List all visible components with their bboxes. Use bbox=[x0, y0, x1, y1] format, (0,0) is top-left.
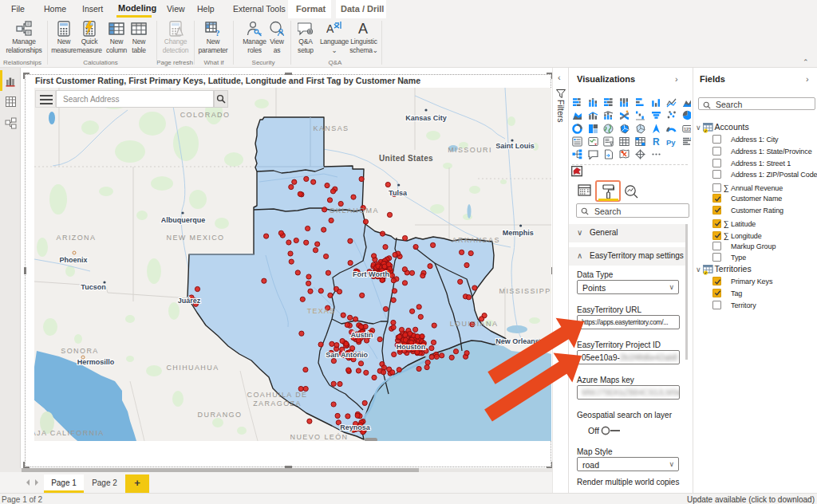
svg-text:ARIZONA: ARIZONA bbox=[57, 234, 97, 242]
svg-text:Fort Worth: Fort Worth bbox=[353, 270, 389, 278]
svg-text:Austin: Austin bbox=[351, 331, 373, 339]
svg-text:SONORA: SONORA bbox=[61, 347, 98, 355]
svg-text:Phoenix: Phoenix bbox=[59, 256, 87, 264]
svg-text:Py: Py bbox=[666, 138, 676, 147]
svg-text:Tulsa: Tulsa bbox=[389, 189, 408, 197]
svg-text:Tucson: Tucson bbox=[81, 283, 105, 291]
svg-text:NEW MEXICO: NEW MEXICO bbox=[166, 234, 224, 242]
svg-text:KANSAS: KANSAS bbox=[314, 124, 349, 132]
svg-text:A: A bbox=[326, 22, 334, 35]
svg-text:A: A bbox=[358, 21, 368, 37]
svg-text:ARKANSAS: ARKANSAS bbox=[452, 236, 500, 244]
svg-text:Houston: Houston bbox=[397, 343, 426, 351]
svg-text:Kansas City: Kansas City bbox=[405, 114, 447, 122]
svg-text:TEXAS: TEXAS bbox=[307, 307, 336, 315]
svg-text:OKLAHOMA: OKLAHOMA bbox=[330, 207, 379, 215]
svg-text:COLORADO: COLORADO bbox=[180, 111, 231, 119]
svg-text:MISSISSIPPI: MISSISSIPPI bbox=[499, 287, 551, 295]
svg-text:New Orleans: New Orleans bbox=[495, 337, 539, 345]
svg-text:COAHUILA DE: COAHUILA DE bbox=[247, 391, 308, 399]
svg-text:ZARAGOZA: ZARAGOZA bbox=[253, 400, 302, 408]
svg-text:?: ? bbox=[215, 28, 220, 37]
svg-text:CHIHUAHUA: CHIHUAHUA bbox=[166, 364, 219, 372]
svg-text:BAJA CALIFORNIA: BAJA CALIFORNIA bbox=[34, 429, 105, 437]
svg-text:Saint Louis: Saint Louis bbox=[495, 142, 535, 150]
svg-text:NUEVO LEÓN: NUEVO LEÓN bbox=[290, 433, 348, 441]
svg-text:DURANGO: DURANGO bbox=[198, 411, 243, 419]
svg-text:LOUISIANA: LOUISIANA bbox=[450, 320, 499, 328]
svg-text:Reynosa: Reynosa bbox=[340, 423, 371, 431]
svg-text:Memphis: Memphis bbox=[503, 229, 534, 237]
svg-text:San Antonio: San Antonio bbox=[326, 351, 368, 359]
svg-text:123: 123 bbox=[684, 127, 691, 132]
svg-text:Hermosillo: Hermosillo bbox=[77, 358, 115, 366]
svg-text:Juárez: Juárez bbox=[178, 297, 201, 305]
svg-text:Albuquerque: Albuquerque bbox=[161, 216, 206, 224]
svg-text:R: R bbox=[653, 136, 660, 147]
svg-text:United States: United States bbox=[379, 154, 433, 163]
svg-text:MISSOURI: MISSOURI bbox=[448, 146, 492, 154]
